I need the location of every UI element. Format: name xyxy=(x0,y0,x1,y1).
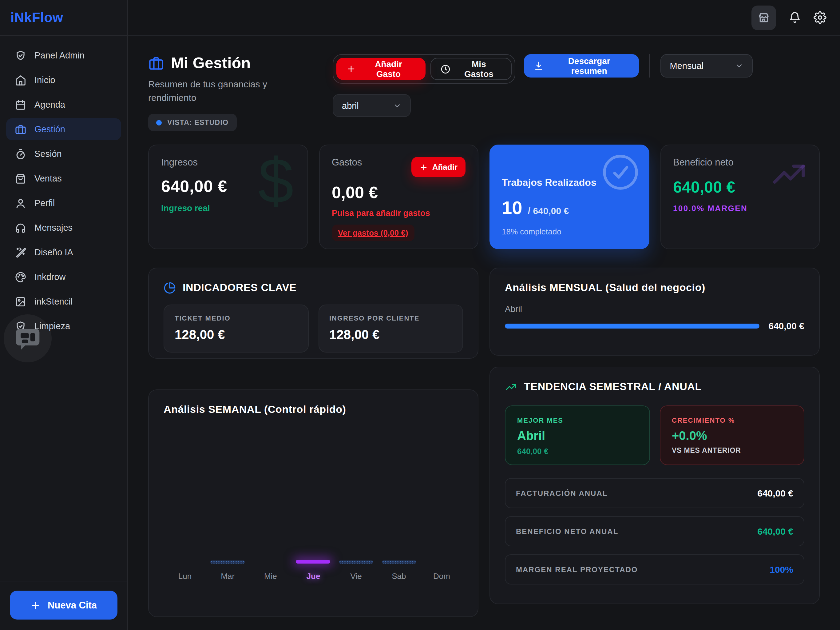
trabajos-progress: 18% completado xyxy=(502,227,637,236)
mejor-mes-label: MEJOR MES xyxy=(517,416,637,424)
tendencia-panel: TENDENCIA SEMESTRAL / ANUAL MEJOR MES Ab… xyxy=(489,367,820,604)
sidebar-item-label: Inkdrow xyxy=(35,272,66,282)
sidebar-item-label: Perfil xyxy=(35,198,55,208)
period-select[interactable]: Mensual xyxy=(661,54,753,78)
sidebar-item-ventas[interactable]: Ventas xyxy=(6,167,121,190)
week-day-column: Mar xyxy=(206,560,249,581)
header-divider xyxy=(650,54,650,78)
week-day-label: Sab xyxy=(392,571,406,581)
headphones-icon xyxy=(15,222,27,233)
timer-icon xyxy=(15,148,27,160)
sidebar-item-label: inkStencil xyxy=(35,296,73,306)
facturacion-anual-value: 640,00 € xyxy=(757,488,793,499)
trabajos-count: 10 xyxy=(502,198,523,218)
settings-button[interactable] xyxy=(813,11,826,24)
sidebar-footer: Nueva Cita xyxy=(0,581,127,630)
mensual-month-label: Abril xyxy=(505,304,804,314)
image-icon xyxy=(15,296,27,307)
plus-icon xyxy=(419,163,428,171)
sidebar-item-perfil[interactable]: Perfil xyxy=(6,192,121,214)
period-select-value: Mensual xyxy=(670,61,704,71)
week-bar xyxy=(296,560,330,564)
view-badge: VISTA: ESTUDIO xyxy=(148,114,237,131)
briefcase-icon xyxy=(15,123,27,135)
my-expenses-button[interactable]: Mis Gastos xyxy=(430,58,512,80)
month-select-value: abril xyxy=(342,101,359,111)
my-expenses-label: Mis Gastos xyxy=(456,59,502,79)
sidebar-item-diseno-ia[interactable]: Diseño IA xyxy=(6,241,121,263)
sidebar-item-agenda[interactable]: Agenda xyxy=(6,93,121,116)
month-select[interactable]: abril xyxy=(333,94,411,117)
beneficio-margin: 100.0% MARGEN xyxy=(673,204,807,213)
beneficio-neto-anual-value: 640,00 € xyxy=(757,526,793,537)
topbar xyxy=(128,0,840,36)
sidebar-item-inkdrow[interactable]: Inkdrow xyxy=(6,266,121,288)
sidebar-item-sesion[interactable]: Sesión xyxy=(6,143,121,165)
week-day-column: Sab xyxy=(377,560,420,581)
new-appointment-label: Nueva Cita xyxy=(47,600,97,611)
sidebar-item-panel-admin[interactable]: Panel Admin xyxy=(6,44,121,66)
crecimiento-card: CRECIMIENTO % +0.0% VS MES ANTERIOR xyxy=(660,405,804,465)
mejor-mes-amount: 640,00 € xyxy=(517,446,637,456)
crecimiento-label: CRECIMIENTO % xyxy=(672,416,792,424)
sidebar-item-inicio[interactable]: Inicio xyxy=(6,69,121,91)
clock-icon xyxy=(440,64,450,74)
summary-cards: $ Ingresos 640,00 € Ingreso real Gastos … xyxy=(148,144,820,249)
studio-view-button[interactable] xyxy=(752,5,776,30)
gastos-card[interactable]: Gastos Añadir 0,00 € Pulsa para añadir g… xyxy=(319,144,478,249)
store-icon xyxy=(758,11,770,24)
chat-bubble-icon xyxy=(14,324,42,353)
sidebar-item-mensajes[interactable]: Mensajes xyxy=(6,217,121,239)
expense-button-group: Añadir Gasto Mis Gastos xyxy=(333,54,515,84)
pie-chart-icon xyxy=(164,282,176,294)
ticket-medio-value: 128,00 € xyxy=(175,327,297,342)
sidebar-item-inkstencil[interactable]: inkStencil xyxy=(6,290,121,313)
page-content: Mi Gestión Resumen de tus ganancias y re… xyxy=(128,36,840,617)
week-bar xyxy=(339,560,373,564)
beneficio-neto-anual-row: BENEFICIO NETO ANUAL 640,00 € xyxy=(505,516,804,546)
margen-proyectado-row: MARGEN REAL PROYECTADO 100% xyxy=(505,554,804,584)
mensual-progress-fill xyxy=(505,323,759,328)
mensual-progress-track xyxy=(505,323,759,328)
dollar-watermark-icon: $ xyxy=(258,149,294,213)
sidebar-item-label: Inicio xyxy=(35,75,55,85)
notifications-button[interactable] xyxy=(788,11,801,24)
chevron-down-icon xyxy=(393,101,401,110)
left-column: INDICADORES CLAVE TICKET MEDIO 128,00 € … xyxy=(148,268,478,617)
add-expense-button[interactable]: Añadir Gasto xyxy=(336,58,425,80)
sidebar-item-label: Diseño IA xyxy=(35,247,73,257)
trending-up-icon xyxy=(505,381,517,393)
sidebar-item-gestion[interactable]: Gestión xyxy=(6,118,121,140)
gastos-label: Gastos xyxy=(332,157,362,168)
main-area: Mi Gestión Resumen de tus ganancias y re… xyxy=(128,0,840,630)
palette-icon xyxy=(15,271,27,283)
week-day-column: Vie xyxy=(335,560,377,581)
briefcase-icon xyxy=(148,55,164,71)
ingresos-card: $ Ingresos 640,00 € Ingreso real xyxy=(148,144,308,249)
new-appointment-button[interactable]: Nueva Cita xyxy=(10,590,117,619)
plus-icon xyxy=(346,64,356,74)
trabajos-total: / 640,00 € xyxy=(528,206,569,216)
week-day-column: Mie xyxy=(249,560,292,581)
ver-gastos-link[interactable]: Ver gastos (0,00 €) xyxy=(332,225,414,241)
plus-icon xyxy=(30,600,41,611)
chat-launcher[interactable] xyxy=(4,314,52,362)
shopping-bag-icon xyxy=(15,173,27,184)
logo-area: iNkFlow xyxy=(0,0,127,36)
add-gasto-button[interactable]: Añadir xyxy=(411,157,466,177)
badge-label: VISTA: ESTUDIO xyxy=(167,119,229,126)
annual-stat-rows: FACTURACIÓN ANUAL 640,00 € BENEFICIO NET… xyxy=(505,478,804,584)
user-icon xyxy=(15,197,27,209)
app-window: iNkFlow Panel Admin Inicio Agenda Gestió… xyxy=(0,0,840,630)
gastos-value: 0,00 € xyxy=(332,184,466,203)
beneficio-neto-anual-label: BENEFICIO NETO ANUAL xyxy=(516,527,618,535)
week-day-label: Mar xyxy=(221,571,235,581)
download-icon xyxy=(534,61,543,71)
bell-icon xyxy=(788,11,801,24)
week-day-label: Mie xyxy=(264,571,277,581)
download-summary-button[interactable]: Descargar resumen xyxy=(524,54,639,78)
week-day-column: Jue xyxy=(292,560,335,581)
ingreso-cliente-card: INGRESO POR CLIENTE 128,00 € xyxy=(318,304,463,353)
sidebar-nav: Panel Admin Inicio Agenda Gestión Sesión… xyxy=(0,36,127,346)
sidebar: iNkFlow Panel Admin Inicio Agenda Gestió… xyxy=(0,0,128,630)
